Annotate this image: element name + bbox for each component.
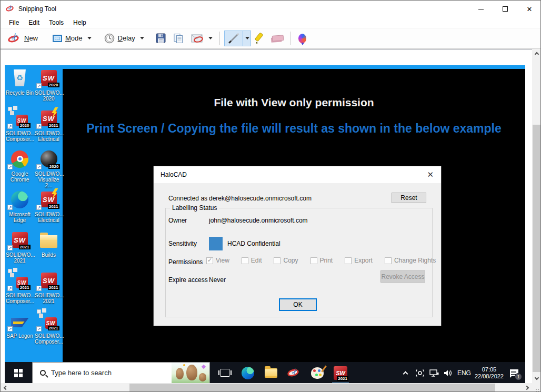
paint3d-button[interactable]: [294, 31, 312, 46]
minimize-button[interactable]: [469, 1, 493, 17]
permission-view-checkbox: View: [206, 257, 229, 264]
edge-icon: [11, 191, 28, 208]
balloon-icon: [298, 34, 306, 43]
expire-access-value: Never: [209, 276, 226, 284]
system-tray: ENG 07:05 22/08/2022 1: [400, 362, 525, 383]
desktop-icon-builds: Builds: [35, 229, 63, 270]
horizontal-scroll-thumb[interactable]: [129, 384, 495, 391]
permission-edit-checkbox: Edit: [242, 257, 262, 264]
pen-dropdown-button[interactable]: [243, 31, 251, 46]
highlighter-icon: [254, 33, 266, 44]
search-placeholder: Type here to search: [51, 369, 112, 377]
revoke-access-button: Revoke Access: [380, 270, 425, 283]
desktop-icon-recycle-bin: ♻ Recycle Bin: [6, 67, 34, 108]
visualize-icon: 2020: [41, 150, 57, 167]
menu-tools[interactable]: Tools: [45, 18, 68, 27]
shortcut-arrow-icon: ↗: [7, 286, 13, 291]
taskbar-time: 07:05: [482, 366, 497, 373]
save-button[interactable]: [152, 31, 169, 45]
dropdown-arrow-icon: [208, 37, 213, 39]
menu-edit[interactable]: Edit: [24, 18, 44, 27]
folder-icon: [40, 235, 57, 248]
scroll-up-arrow[interactable]: [532, 49, 541, 58]
solidworks-taskbar-button: SW2021: [329, 362, 352, 383]
pen-icon: [227, 33, 240, 44]
clock-icon: [104, 33, 115, 44]
shortcut-arrow-icon: ↗: [36, 83, 42, 88]
new-button[interactable]: ✂ New: [4, 31, 42, 46]
task-view-button: [213, 362, 236, 383]
scroll-down-arrow[interactable]: [532, 374, 541, 383]
composer-cubes-icon: [37, 309, 41, 314]
tray-chevron-up-icon: [400, 366, 411, 380]
paint-taskbar-button: [306, 362, 329, 383]
menu-help[interactable]: Help: [69, 18, 91, 27]
delay-button[interactable]: Delay: [101, 31, 148, 46]
maximize-button[interactable]: [493, 1, 517, 17]
edge-taskbar-button: [236, 362, 259, 383]
shortcut-arrow-icon: ↗: [36, 205, 42, 210]
email-icon: [191, 34, 204, 43]
solidworks-icon: SW2021: [12, 232, 28, 248]
pen-button[interactable]: [224, 31, 243, 46]
paint-icon: [311, 367, 324, 379]
chrome-icon: [11, 150, 28, 168]
scissors-icon: ✂: [7, 33, 21, 44]
start-button: [5, 362, 32, 383]
taskbar-clock: 07:05 22/08/2022: [475, 366, 504, 380]
language-indicator: ENG: [457, 369, 471, 377]
scroll-left-arrow[interactable]: [1, 383, 9, 392]
snipping-tool-app-icon: ✂: [6, 5, 15, 13]
titlebar: ✂ Snipping Tool ✕: [1, 1, 541, 17]
eraser-button[interactable]: [269, 31, 287, 46]
desktop-icon-electrical-2021-b: SW2021↗ SOLIDWO... Electrical: [35, 189, 63, 229]
connected-as-row: Connected asderek@halosecude.onmicrosoft…: [168, 195, 312, 202]
owner-value: john@halosecude.onmicrosoft.com: [209, 217, 308, 224]
close-button[interactable]: ✕: [517, 1, 541, 17]
shortcut-arrow-icon: ↗: [36, 286, 42, 291]
scroll-right-arrow[interactable]: [523, 383, 532, 392]
vertical-scrollbar[interactable]: [532, 49, 541, 383]
taskbar-app-icons: ✂ SW2021: [213, 362, 352, 383]
email-button[interactable]: [187, 32, 216, 45]
copy-icon: [173, 33, 184, 44]
sensitivity-color-swatch: [209, 237, 223, 250]
solidworks-icon: SW2021: [41, 192, 57, 207]
capture-view: File with View only permission Print Scr…: [1, 49, 533, 383]
desktop-icon-composer-2020: SW2020↗ SOLIDWO... Composer...: [6, 108, 34, 148]
heading-secondary: Print Screen / Copying the file will res…: [63, 122, 525, 136]
horizontal-scrollbar[interactable]: [1, 383, 532, 392]
desktop-icon-solidworks-2020: SW2020↗ SOLIDWO... 2020: [35, 67, 63, 108]
permission-print-checkbox: Print: [310, 257, 333, 264]
vertical-scroll-thumb[interactable]: [533, 125, 540, 372]
solidworks-icon: SW2021: [334, 366, 347, 380]
sensitivity-row: SensitivityHCAD Confidential: [168, 237, 280, 250]
copy-button[interactable]: [169, 31, 187, 46]
dropdown-arrow-icon: [245, 37, 249, 39]
notification-badge: 1: [515, 373, 522, 380]
snipping-tool-icon: ✂: [287, 367, 301, 379]
search-highlights-graphic: [172, 363, 209, 383]
file-explorer-button: [259, 362, 283, 383]
captured-taskbar: Type here to search ✂ SW2021: [5, 362, 525, 383]
desktop-icon-composer-2021: SW2021↗ SOLIDWO... Composer...: [6, 270, 34, 310]
desktop-icon-electrical-2021: SW2021↗ SOLIDWO... Electrical: [35, 108, 63, 148]
highlighter-button[interactable]: [251, 31, 269, 46]
action-center-button: 1: [507, 366, 521, 380]
minimize-icon: [478, 9, 484, 9]
sap-icon: [11, 318, 29, 327]
heading-primary: File with View only permission: [63, 96, 525, 109]
snipping-tool-taskbar-button: ✂: [283, 362, 306, 383]
shortcut-arrow-icon: ↗: [36, 326, 42, 331]
solidworks-icon: SW2020: [41, 70, 57, 86]
captured-screenshot[interactable]: File with View only permission Print Scr…: [5, 65, 525, 383]
ok-button: OK: [279, 298, 317, 311]
menu-file[interactable]: File: [5, 18, 23, 27]
dropdown-arrow-icon: [140, 37, 144, 39]
shortcut-arrow-icon: ↗: [7, 205, 13, 210]
toolbar: ✂ New Mode Delay: [1, 28, 541, 48]
eraser-icon: [272, 35, 284, 42]
composer-cubes-icon: [8, 269, 12, 273]
file-explorer-icon: [265, 368, 277, 378]
mode-button[interactable]: Mode: [49, 32, 95, 44]
